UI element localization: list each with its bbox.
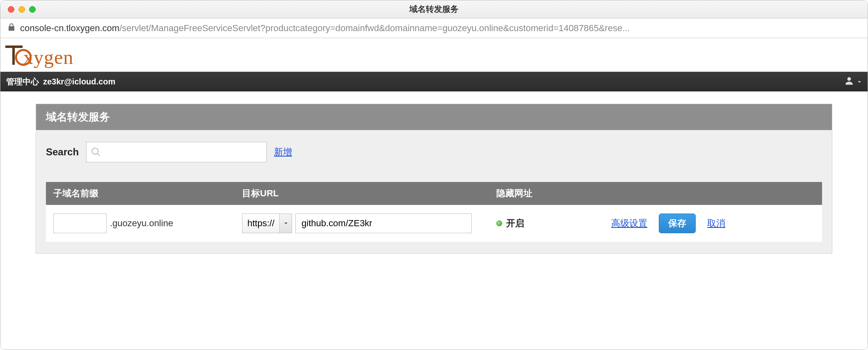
logo-mark-icon [5, 44, 24, 64]
advanced-settings-link[interactable]: 高级设置 [611, 217, 647, 230]
th-hide-url: 隐藏网址 [489, 187, 604, 200]
avatar-icon [844, 75, 854, 88]
svg-point-2 [16, 50, 31, 65]
top-nav-left: 管理中心 ze3kr@icloud.com [6, 76, 115, 87]
search-label: Search [46, 146, 79, 158]
protocol-value: https:// [242, 218, 279, 229]
save-button[interactable]: 保存 [659, 214, 696, 233]
svg-point-3 [847, 77, 851, 81]
url-path: /servlet/ManageFreeServiceServlet?produc… [119, 23, 630, 33]
url-domain: console-cn.tloxygen.com [20, 23, 119, 33]
search-icon [91, 147, 101, 157]
logo-bar: xygen [0, 38, 868, 72]
target-url-input[interactable] [295, 214, 472, 233]
address-bar[interactable]: console-cn.tloxygen.com/servlet/ManageFr… [0, 18, 868, 38]
search-box[interactable] [86, 142, 267, 162]
add-link[interactable]: 新增 [274, 146, 292, 158]
url-text: console-cn.tloxygen.com/servlet/ManageFr… [20, 23, 630, 34]
forwarding-table: 子域名前缀 目标URL 隐藏网址 .guozeyu.online [46, 182, 822, 242]
th-target-url: 目标URL [235, 187, 489, 200]
cell-hide-url: 开启 [489, 217, 604, 230]
cancel-link[interactable]: 取消 [707, 217, 725, 230]
th-subdomain: 子域名前缀 [46, 187, 235, 200]
status-indicator-icon [496, 220, 502, 226]
chevron-down-icon [857, 77, 862, 86]
user-menu[interactable] [844, 75, 862, 88]
panel-title: 域名转发服务 [36, 104, 832, 130]
titlebar: 域名转发服务 [0, 0, 868, 18]
svg-line-5 [97, 153, 99, 155]
brand-logo[interactable]: xygen [5, 44, 73, 68]
cell-subdomain: .guozeyu.online [46, 214, 235, 233]
search-row: Search 新增 [46, 142, 822, 162]
browser-window: 域名转发服务 console-cn.tloxygen.com/servlet/M… [0, 0, 868, 350]
hide-status-label: 开启 [506, 217, 524, 230]
cell-target-url: https:// [235, 214, 489, 233]
close-window-button[interactable] [8, 6, 14, 13]
svg-point-4 [92, 148, 98, 154]
search-input[interactable] [105, 142, 262, 162]
domain-suffix: .guozeyu.online [110, 218, 173, 229]
table-header: 子域名前缀 目标URL 隐藏网址 [46, 182, 822, 205]
page-content: 域名转发服务 Search 新增 子域名前缀 目标URL 隐藏网址 [0, 91, 868, 350]
window-title: 域名转发服务 [0, 4, 868, 15]
table-row: .guozeyu.online https:// [46, 205, 822, 242]
nav-email: ze3kr@icloud.com [43, 77, 115, 86]
panel-body: Search 新增 子域名前缀 目标URL 隐藏网址 [36, 130, 832, 253]
cell-actions: 高级设置 保存 取消 [604, 214, 822, 233]
protocol-select[interactable]: https:// [242, 214, 292, 233]
traffic-lights [8, 6, 36, 13]
maximize-window-button[interactable] [29, 6, 36, 13]
minimize-window-button[interactable] [18, 6, 25, 13]
subdomain-input[interactable] [53, 214, 107, 233]
nav-label: 管理中心 [6, 76, 39, 87]
top-nav: 管理中心 ze3kr@icloud.com [0, 72, 868, 91]
lock-icon [8, 23, 15, 34]
forwarding-panel: 域名转发服务 Search 新增 子域名前缀 目标URL 隐藏网址 [36, 104, 832, 254]
chevron-down-icon [279, 214, 292, 233]
